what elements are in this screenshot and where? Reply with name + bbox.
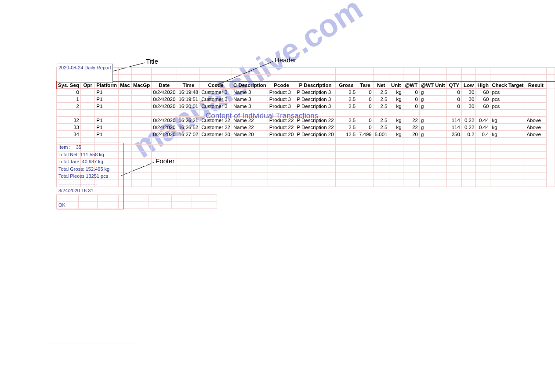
col-macgp: MacGp	[131, 82, 151, 89]
col-cdesc: C Description	[232, 82, 268, 89]
red-divider	[47, 243, 91, 243]
col-check-target: Check Target	[490, 82, 525, 89]
col-time: Time	[177, 82, 200, 89]
footer-ok: OK	[58, 201, 122, 209]
report-title-dashes: ------------------------	[58, 71, 111, 76]
col-pdesc: P Description	[295, 82, 335, 89]
col-high: High	[476, 82, 490, 89]
blank-row	[57, 138, 555, 145]
report-title-line1: 2020-08-24 Daily Report	[58, 65, 111, 71]
blank-row	[57, 145, 555, 152]
footer-item-label: Item :	[58, 144, 71, 150]
footer-timestamp: 8/24/2020 16:31	[58, 187, 122, 194]
footer-total-net: Total Net: 111.558 kg	[58, 151, 122, 158]
table-row: 34P18/24/202016:27:02Customer 20Name 20P…	[57, 131, 555, 138]
col-result: Result	[525, 82, 547, 89]
col-date: Date	[152, 82, 177, 89]
col-qty: QTY	[446, 82, 461, 89]
blank-row	[57, 159, 555, 166]
col-ccode: Ccode	[200, 82, 232, 89]
table-header-row: Sys. Seq Opr Platform Mac MacGp Date Tim…	[57, 82, 555, 89]
col-tare: Tare	[357, 82, 373, 89]
footer-total-pieces: Total Pieces 13251 pcs	[58, 173, 122, 180]
blank-row	[57, 75, 555, 82]
table-row: 2P18/24/202016:20:01Customer 3Name 3Prod…	[57, 103, 555, 110]
table-row: 0P18/24/202016:19:48Customer 3Name 3Prod…	[57, 89, 555, 96]
blank-row	[57, 68, 555, 75]
col-awtu: @WT Unit	[419, 82, 446, 89]
footer-item-value: 35	[76, 144, 81, 150]
annotation-title: Title	[146, 58, 158, 65]
col-pcode: Pcode	[268, 82, 295, 89]
col-awt: @WT	[403, 82, 419, 89]
col-low: Low	[461, 82, 476, 89]
report-table: Sys. Seq Opr Platform Mac MacGp Date Tim…	[56, 67, 555, 187]
annotation-header: Header	[275, 56, 296, 64]
blank-row	[57, 152, 555, 159]
col-gross: Gross	[335, 82, 357, 89]
footer-dashes: ------------------------	[58, 180, 122, 187]
blank-row	[57, 173, 555, 180]
blank-row	[57, 180, 555, 187]
footer-total-gross: Total Gross: 152.495 kg	[58, 165, 122, 173]
report-footer-box: Item : 35 Total Net: 111.558 kg Total Ta…	[57, 143, 124, 209]
report-title-box: 2020-08-24 Daily Report ----------------…	[57, 64, 113, 83]
col-net: Net	[373, 82, 389, 89]
blank-row	[57, 166, 555, 173]
col-mac: Mac	[119, 82, 132, 89]
footer-total-tare: Total Tare: 40.937 kg	[58, 158, 122, 165]
content-overlay-text: Content of Individual Transactions	[206, 111, 318, 120]
table-row: 1P18/24/202016:19:51Customer 3Name 3Prod…	[57, 96, 555, 103]
col-unit: Unit	[389, 82, 403, 89]
black-divider	[47, 344, 142, 344]
table-row: 33P18/24/202016:26:52Customer 22Name 22P…	[57, 124, 555, 131]
